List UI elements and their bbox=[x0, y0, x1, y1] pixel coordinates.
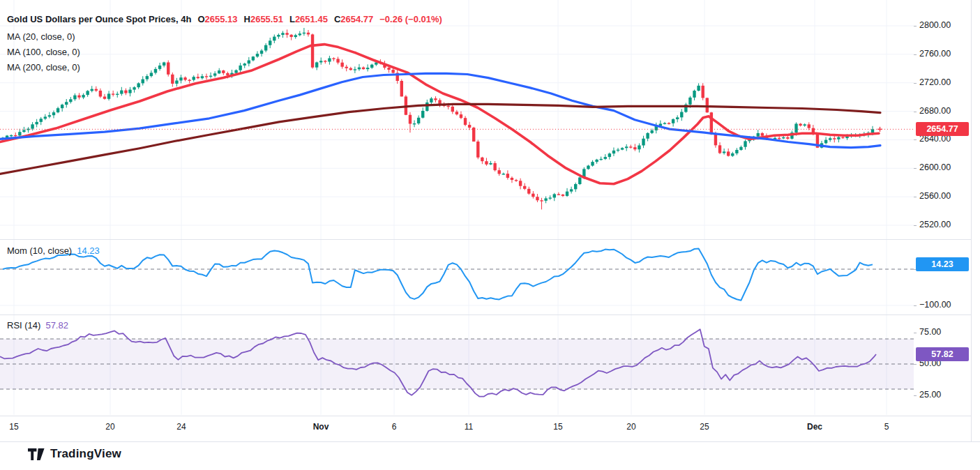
candle-body bbox=[532, 194, 534, 197]
price-scale[interactable]: 2800.002760.002720.002680.002640.002600.… bbox=[914, 0, 980, 441]
candle-body bbox=[451, 107, 454, 112]
candle-body bbox=[133, 87, 135, 89]
candle-body bbox=[328, 59, 331, 62]
ohlc-letter: L bbox=[289, 14, 295, 24]
candle-body bbox=[340, 63, 343, 67]
candle-body bbox=[31, 124, 33, 128]
candle-body bbox=[213, 73, 216, 75]
candle-body bbox=[472, 128, 475, 142]
candle-body bbox=[188, 80, 190, 81]
candle-body bbox=[782, 137, 785, 139]
candle-body bbox=[447, 106, 450, 107]
candle-body bbox=[718, 145, 721, 153]
candle-body bbox=[731, 153, 734, 156]
candle-body bbox=[527, 189, 530, 194]
candle-body bbox=[82, 95, 84, 98]
candle-body bbox=[489, 163, 492, 165]
ma100-legend: MA (100, close, 0) bbox=[7, 47, 80, 57]
momentum-panel[interactable] bbox=[0, 240, 914, 314]
candle-body bbox=[693, 91, 695, 98]
candle-body bbox=[252, 56, 255, 60]
axis-tick bbox=[914, 364, 917, 365]
candle-body bbox=[561, 195, 564, 196]
candle-body bbox=[226, 73, 229, 75]
candle-body bbox=[307, 33, 310, 35]
tradingview-link[interactable]: TradingView bbox=[28, 447, 121, 461]
candle-body bbox=[289, 35, 292, 37]
candle-body bbox=[44, 116, 47, 119]
candle-body bbox=[485, 161, 488, 165]
ohlc-value: 2655.13 bbox=[205, 14, 238, 24]
candle-body bbox=[845, 137, 848, 138]
price-axis-label: 2800.00 bbox=[919, 20, 951, 30]
candle-body bbox=[799, 123, 801, 126]
candle-body bbox=[69, 99, 72, 102]
ohlc-letter: O bbox=[197, 14, 204, 24]
candle-body bbox=[107, 93, 110, 98]
ohlc-value: 2655.51 bbox=[250, 14, 283, 24]
candle-body bbox=[871, 129, 874, 132]
candle-body bbox=[668, 123, 670, 124]
momentum-legend-name: Mom (10, close) bbox=[7, 245, 72, 256]
candle-body bbox=[299, 33, 301, 35]
axis-tick bbox=[914, 305, 917, 306]
candle-body bbox=[61, 105, 63, 108]
candle-body bbox=[544, 198, 547, 200]
candle-body bbox=[349, 68, 352, 70]
time-axis[interactable]: 152024Nov611152025Dec5 bbox=[0, 416, 980, 441]
candle-body bbox=[264, 45, 267, 51]
price-axis-label: 2600.00 bbox=[919, 162, 951, 172]
candle-body bbox=[354, 69, 356, 70]
candle-body bbox=[476, 142, 479, 158]
time-axis-label: Nov bbox=[313, 422, 329, 432]
candle-body bbox=[578, 178, 581, 184]
main-price-panel[interactable] bbox=[0, 0, 914, 239]
candle-body bbox=[566, 192, 568, 196]
candle-body bbox=[158, 66, 161, 69]
candle-body bbox=[332, 59, 335, 59]
time-axis-label: 20 bbox=[626, 422, 635, 432]
candle-body bbox=[248, 61, 250, 64]
candle-body bbox=[464, 118, 467, 125]
momentum-legend: Mom (10, close)14.23 bbox=[7, 245, 100, 256]
candle-body bbox=[706, 98, 709, 112]
candle-body bbox=[362, 68, 365, 69]
axis-separator bbox=[0, 416, 971, 416]
candle-body bbox=[18, 132, 21, 135]
candle-body bbox=[808, 124, 811, 128]
ohlc-value: 2654.77 bbox=[340, 14, 373, 24]
ohlc-values: O2655.13H2655.51L2651.45C2654.77−0.26 (−… bbox=[191, 14, 442, 24]
price-axis-label: 2720.00 bbox=[919, 77, 951, 87]
candle-body bbox=[303, 33, 306, 33]
rsi-value-badge: 57.82 bbox=[916, 347, 969, 361]
panel-separator[interactable] bbox=[0, 314, 971, 315]
candle-body bbox=[540, 200, 543, 201]
candle-body bbox=[723, 151, 725, 153]
candle-body bbox=[502, 174, 505, 174]
candle-body bbox=[710, 112, 713, 134]
time-axis-label: 6 bbox=[392, 422, 397, 432]
rsi-panel[interactable] bbox=[0, 315, 914, 415]
candle-body bbox=[574, 184, 577, 189]
candle-body bbox=[65, 102, 68, 105]
panel-separator[interactable] bbox=[0, 239, 971, 240]
candle-body bbox=[52, 112, 55, 115]
candle-body bbox=[511, 178, 513, 180]
candle-body bbox=[137, 83, 140, 87]
candle-body bbox=[387, 68, 390, 70]
candle-body bbox=[688, 98, 691, 105]
time-axis-label: 5 bbox=[884, 422, 889, 432]
candle-body bbox=[124, 91, 127, 93]
candle-body bbox=[40, 119, 43, 122]
rsi-axis-label: 25.00 bbox=[919, 390, 941, 400]
chart-title: Gold US Dollars per Ounce Spot Prices, 4… bbox=[7, 14, 191, 24]
candle-body bbox=[612, 151, 615, 153]
candle-body bbox=[285, 33, 288, 35]
price-change: −0.26 (−0.01%) bbox=[379, 14, 442, 24]
time-axis-label: 11 bbox=[465, 422, 473, 432]
candle-body bbox=[481, 158, 483, 161]
ma20-legend: MA (20, close, 0) bbox=[7, 31, 75, 42]
candle-body bbox=[421, 111, 424, 118]
axis-tick bbox=[914, 395, 917, 396]
candle-body bbox=[391, 70, 394, 73]
